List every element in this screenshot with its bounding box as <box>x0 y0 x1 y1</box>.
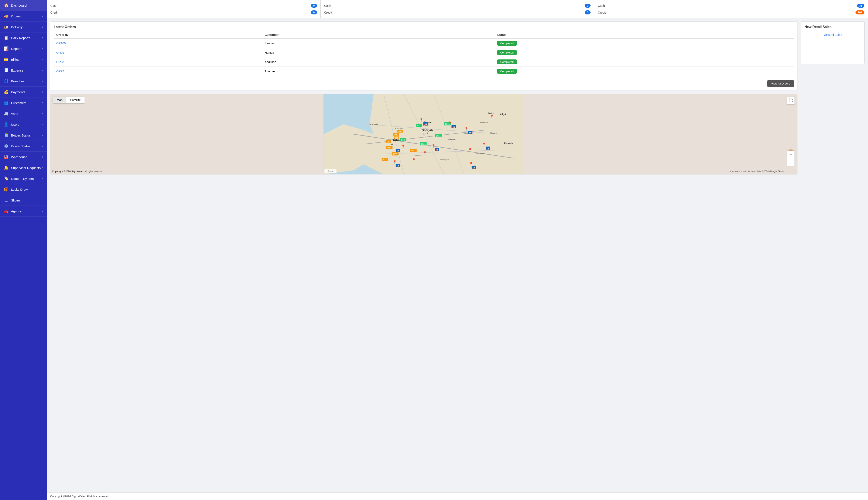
svg-marker-1 <box>360 94 524 174</box>
sidebar-item-vans[interactable]: 🚐 Vans ‹ <box>0 108 47 119</box>
reports-icon: 📊 <box>4 46 9 51</box>
stat-value: 35 <box>857 4 864 8</box>
svg-text:Al Bataiyih: Al Bataiyih <box>395 127 404 129</box>
stat-row: Cash 35 <box>598 2 864 9</box>
sidebar-item-dashboard[interactable]: 🏠 Dashboard <box>0 0 47 11</box>
zoom-out-button[interactable]: − <box>787 158 795 166</box>
customers-icon: 👥 <box>4 100 9 105</box>
table-row: OR99 Hamza Completed <box>54 48 794 57</box>
view-all-sales-link[interactable]: View All Sales <box>804 33 861 36</box>
order-id-link[interactable]: OR97 <box>56 70 64 73</box>
order-id-link[interactable]: OR98 <box>56 60 64 64</box>
sidebar-item-reports[interactable]: 📊 Reports ‹ <box>0 43 47 54</box>
billing-icon: 💳 <box>4 57 9 62</box>
sidebar-item-lucky-draw[interactable]: 🎁 Lucky Draw <box>0 184 47 195</box>
sidebar: 🏠 Dashboard 🚚 Orders ‹ 🚛 Delivery ‹ 📋 Da… <box>0 0 47 500</box>
status-badge: Completed <box>497 69 517 74</box>
stat-card-0: Cash 0 Credit 0 <box>47 0 320 18</box>
sidebar-label-coupon-system: Coupon System <box>11 177 34 181</box>
svg-text:الشارقة: الشارقة <box>421 132 428 135</box>
svg-text:🚛: 🚛 <box>469 131 472 134</box>
sidebar-label-agency: Agency <box>11 209 22 213</box>
svg-text:Al Aweer: Al Aweer <box>414 154 422 157</box>
zoom-in-button[interactable]: + <box>787 150 795 158</box>
sidebar-item-coupon-system[interactable]: 🏷️ Coupon System ‹ <box>0 173 47 184</box>
stat-value: 703 <box>856 10 864 14</box>
sidebar-item-supervisor-requests[interactable]: 🔔 Supervisor Requests ‹ <box>0 162 47 173</box>
svg-text:Al Mualla: Al Mualla <box>370 123 378 125</box>
svg-text:Masafi: Masafi <box>490 132 497 135</box>
sidebar-item-delivery[interactable]: 🚛 Delivery ‹ <box>0 22 47 33</box>
stat-card-2: Cash 35 Credit 703 <box>594 0 868 18</box>
order-id-cell: OR99 <box>54 48 262 57</box>
status-badge: Completed <box>497 50 517 55</box>
sidebar-item-bottles-status[interactable]: 🫙 Bottles Status ‹ <box>0 130 47 141</box>
svg-text:D91: D91 <box>398 130 402 133</box>
sidebar-item-daily-reports[interactable]: 📋 Daily Reports ‹ <box>0 33 47 43</box>
sidebar-item-branches[interactable]: 🌐 Branches ‹ <box>0 76 47 87</box>
fullscreen-button[interactable]: ⛶ <box>787 96 795 104</box>
svg-text:🚛: 🚛 <box>436 148 438 151</box>
status-badge: Completed <box>497 59 517 64</box>
svg-text:Sharjah: Sharjah <box>422 128 433 132</box>
map-terms: Keyboard shortcuts Map data ©2024 Google… <box>730 170 785 173</box>
svg-text:📍: 📍 <box>412 158 416 162</box>
svg-text:Al Bithnah: Al Bithnah <box>476 152 485 155</box>
sidebar-item-billing[interactable]: 💳 Billing ‹ <box>0 54 47 65</box>
sidebar-label-dashboard: Dashboard <box>11 4 26 7</box>
sidebar-item-orders[interactable]: 🚚 Orders ‹ <box>0 11 47 22</box>
svg-text:📍: 📍 <box>431 144 436 148</box>
cooler-status-icon: ❄️ <box>4 144 9 148</box>
chevron-icon: ‹ <box>42 90 43 93</box>
lucky-draw-icon: 🎁 <box>4 187 9 192</box>
status-cell: Completed <box>495 67 794 76</box>
orders-col-header: Customer <box>262 32 495 38</box>
status-cell: Completed <box>495 38 794 48</box>
sidebar-item-expense[interactable]: 🧾 Expense ‹ <box>0 65 47 76</box>
svg-text:Al Dhaid: Al Dhaid <box>448 138 455 140</box>
stat-row: Credit 0 <box>324 9 591 16</box>
delivery-icon: 🚛 <box>4 25 9 29</box>
sidebar-item-cooler-status[interactable]: ❄️ Cooler Status ‹ <box>0 141 47 151</box>
svg-text:D95: D95 <box>395 137 398 139</box>
order-id-link[interactable]: OR100 <box>56 42 66 45</box>
daily-reports-icon: 📋 <box>4 35 9 40</box>
stat-value: 0 <box>311 4 317 8</box>
chevron-icon: ‹ <box>42 123 43 126</box>
sidebar-item-payments[interactable]: 💰 Payments ‹ <box>0 87 47 98</box>
sidebar-item-users[interactable]: 👤 Users ‹ <box>0 119 47 130</box>
svg-text:D77: D77 <box>393 153 397 155</box>
sidebar-label-branches: Branches <box>11 79 24 83</box>
sidebar-label-delivery: Delivery <box>11 25 23 29</box>
sidebar-item-agency[interactable]: 🚗 Agency ‹ <box>0 206 47 217</box>
order-id-link[interactable]: OR99 <box>56 51 64 54</box>
table-row: OR97 Thomas Completed <box>54 67 794 76</box>
chevron-icon: ‹ <box>42 58 43 61</box>
latest-orders-card: Latest Orders Order IDCustomerStatus OR1… <box>50 21 798 90</box>
svg-text:Adgat: Adgat <box>500 113 506 115</box>
sidebar-label-lucky-draw: Lucky Draw <box>11 188 27 191</box>
sidebar-item-warehouse[interactable]: 🏭 Warehouse ‹ <box>0 151 47 162</box>
sidebar-item-customers[interactable]: 👥 Customers ‹ <box>0 98 47 108</box>
sidebar-item-sliders[interactable]: ☰ Sliders <box>0 195 47 206</box>
customer-cell: Thomas <box>262 67 495 76</box>
svg-text:🚛: 🚛 <box>424 123 427 125</box>
svg-text:📍: 📍 <box>448 121 452 126</box>
sidebar-label-customers: Customers <box>11 101 26 105</box>
customer-cell: Ibrahim <box>262 38 495 48</box>
svg-text:D85: D85 <box>394 134 398 136</box>
chevron-icon: ‹ <box>42 25 43 29</box>
svg-text:Al Halah: Al Halah <box>480 121 488 124</box>
view-all-orders-button[interactable]: View All Orders <box>767 80 794 87</box>
orders-title: Latest Orders <box>54 25 794 29</box>
sidebar-label-bottles-status: Bottles Status <box>11 134 31 137</box>
svg-text:📍: 📍 <box>464 127 469 131</box>
svg-text:Dahir: Dahir <box>488 112 494 115</box>
svg-text:📍: 📍 <box>489 114 494 119</box>
map-tab-satellite[interactable]: Satellite <box>66 96 84 103</box>
sidebar-label-orders: Orders <box>11 14 21 18</box>
map-tab-map[interactable]: Map <box>53 96 66 103</box>
stats-row: Cash 0 Credit 0 Cash 0 Credit 0 Cash 35 … <box>47 0 868 18</box>
vans-icon: 🚐 <box>4 111 9 116</box>
sidebar-label-payments: Payments <box>11 90 25 94</box>
